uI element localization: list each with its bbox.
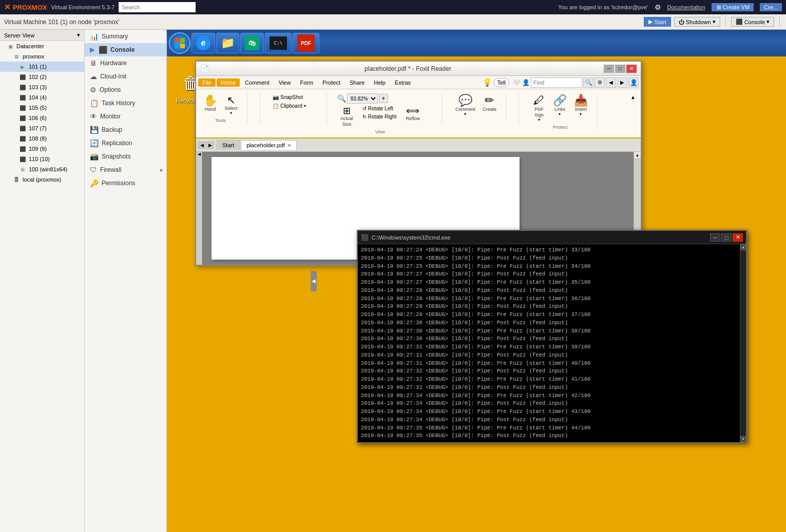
ribbon-btn-rotate-left[interactable]: ↺ Rotate Left: [360, 105, 399, 112]
menu-item-share[interactable]: Share: [346, 78, 369, 87]
sidebar-item-vm-101[interactable]: ▶ 101 (1): [0, 62, 84, 72]
nav-item-console[interactable]: ▶ ⬛ Console: [85, 43, 166, 56]
store-taskbar-button[interactable]: 🛍: [240, 33, 264, 53]
foxit-search-input[interactable]: [531, 77, 582, 88]
tab-nav-prev-button[interactable]: ◀: [198, 142, 205, 149]
ribbon-btn-snapshot[interactable]: 📷 SnapShot: [271, 93, 308, 101]
documentation-link[interactable]: Documentation: [667, 4, 705, 10]
close-tab-icon[interactable]: ✕: [287, 143, 291, 148]
start-button[interactable]: ▶ Start: [644, 17, 670, 27]
menu-item-extras[interactable]: Extras: [391, 78, 415, 87]
zoom-select[interactable]: 83.82%: [347, 93, 378, 104]
ribbon-btn-create[interactable]: ✏ Create: [480, 93, 500, 113]
foxit-maximize-button[interactable]: □: [615, 65, 625, 73]
cmd-content[interactable]: 2019-04-19 09:27:24 <DEBUG> [18/0]: Pipe…: [358, 244, 746, 442]
create-btn[interactable]: Cre...: [760, 3, 782, 11]
cmd-line: 2019-04-19 09:27:32 <DEBUG> [18/0]: Pipe…: [361, 376, 743, 384]
shutdown-dropdown-icon[interactable]: ▾: [713, 18, 716, 25]
sidebar-item-vm-102[interactable]: ⬛ 102 (2): [0, 72, 84, 82]
sidebar-item-datacenter[interactable]: ▣ Datacenter: [0, 41, 84, 51]
zoom-out-icon[interactable]: 🔍: [337, 94, 346, 103]
menu-item-home[interactable]: Home: [217, 78, 240, 87]
foxit-settings-button[interactable]: ⚙: [595, 77, 605, 88]
sidebar-item-vm-100[interactable]: 🖥 100 (win81x64): [0, 164, 84, 174]
console-collapse-handle[interactable]: ◀: [311, 271, 317, 291]
vm-console-content[interactable]: e 📁 🛍 C:\ PDF 🗑 Recycle Bin 📄: [167, 30, 786, 532]
console-button[interactable]: ⬛ Console ▾: [731, 17, 774, 27]
cmd-scroll-down-button[interactable]: ▼: [740, 436, 746, 442]
nav-item-hardware[interactable]: 🖥 Hardware: [85, 56, 166, 70]
nav-item-firewall[interactable]: 🛡 Firewall: [85, 163, 166, 176]
menu-item-file[interactable]: File: [198, 78, 216, 87]
ribbon-btn-rotate-right[interactable]: ↻ Rotate Right: [360, 113, 399, 121]
nav-item-backup[interactable]: 💾 Backup: [85, 123, 166, 136]
tab-nav-next-button[interactable]: ▶: [206, 142, 214, 149]
menu-item-form[interactable]: Form: [296, 78, 317, 87]
ribbon-btn-actual-size[interactable]: ⊞ Actual Size: [337, 105, 356, 128]
shutdown-button[interactable]: ⏻ Shutdown ▾: [674, 17, 720, 27]
ie-taskbar-button[interactable]: e: [191, 33, 215, 53]
collapse-ribbon-button[interactable]: ▲: [629, 93, 637, 101]
ribbon-btn-reflow[interactable]: ⟺ Reflow: [402, 105, 423, 128]
ribbon-btn-select[interactable]: ↖ Select ▾: [221, 93, 241, 117]
nav-item-monitor[interactable]: 👁 Monitor: [85, 110, 166, 123]
cmd-scroll-up-button[interactable]: ▲: [740, 244, 746, 250]
user-profile-icon[interactable]: 👤: [522, 79, 530, 86]
sidebar-item-vm-107[interactable]: ⬛ 107 (7): [0, 123, 84, 133]
ribbon-btn-insert[interactable]: 📥 Insert ▾: [571, 93, 591, 118]
ribbon-btn-comment[interactable]: 💬 Comment ▾: [452, 93, 478, 118]
windows-start-button[interactable]: [169, 32, 190, 54]
settings-icon[interactable]: ⚙: [655, 3, 661, 11]
nav-item-cloud-init[interactable]: ☁ Cloud-Init: [85, 70, 166, 83]
search-input[interactable]: [119, 2, 196, 12]
ribbon-btn-clipboard[interactable]: 📋 Clipboard ▾: [271, 102, 308, 110]
foxit-nav-prev-button[interactable]: ◀: [606, 77, 616, 88]
foxit-action-icons: 🤍 👤: [512, 79, 530, 86]
menu-item-protect[interactable]: Protect: [318, 78, 344, 87]
heart-icon[interactable]: 🤍: [512, 79, 520, 86]
foxit-nav-next-button[interactable]: ▶: [617, 77, 627, 88]
cmd-taskbar-button[interactable]: C:\: [265, 33, 292, 53]
cmd-close-button[interactable]: ✕: [733, 233, 743, 242]
nav-item-task-history[interactable]: 📋 Task History: [85, 96, 166, 110]
nav-item-summary[interactable]: 📊 Summary: [85, 30, 166, 43]
sidebar-item-vm-108[interactable]: ⬛ 108 (8): [0, 133, 84, 144]
foxit-scroll-up-button[interactable]: ▲: [634, 152, 641, 159]
sidebar-item-vm-106[interactable]: ⬛ 106 (6): [0, 113, 84, 123]
menu-item-help[interactable]: Help: [370, 78, 390, 87]
nav-item-options[interactable]: ⚙ Options: [85, 83, 166, 96]
create-vm-button[interactable]: 🖥 Create VM: [712, 3, 754, 11]
insert-icon: 📥: [574, 95, 588, 106]
ribbon-btn-pdf-sign[interactable]: 🖊 PDF Sign ▾: [529, 93, 549, 124]
nav-item-permissions[interactable]: 🔑 Permissions: [85, 176, 166, 190]
menu-item-view[interactable]: View: [275, 78, 295, 87]
sidebar-item-vm-110[interactable]: ⬛ 110 (10): [0, 154, 84, 164]
nav-item-replication[interactable]: 🔄 Replication: [85, 136, 166, 150]
ribbon-btn-links[interactable]: 🔗 Links ▾: [550, 93, 570, 118]
sidebar-item-vm-109[interactable]: ⬛ 109 (9): [0, 144, 84, 154]
cmd-maximize-button[interactable]: □: [721, 233, 732, 242]
foxit-search-button[interactable]: 🔍: [583, 77, 593, 88]
foxit-user-icon[interactable]: 👤: [628, 77, 639, 88]
pdf-taskbar-button[interactable]: PDF: [293, 33, 319, 53]
foxit-tab-placeholder[interactable]: placeholder.pdf ✕: [241, 140, 297, 150]
zoom-plus-button[interactable]: +: [379, 94, 388, 103]
cmd-titlebar: ⬛ C:\Windows\system32\cmd.exe ─ □ ✕: [358, 231, 746, 244]
ribbon-btn-hand[interactable]: ✋ Hand: [200, 93, 220, 113]
folder-taskbar-button[interactable]: 📁: [216, 33, 239, 53]
nav-item-snapshots[interactable]: 📸 Snapshots: [85, 150, 166, 163]
menu-item-comment[interactable]: Comment: [241, 78, 274, 87]
cmd-minimize-button[interactable]: ─: [710, 233, 720, 242]
sidebar-item-vm-103[interactable]: ⬛ 103 (3): [0, 82, 84, 92]
sidebar-item-vm-105[interactable]: ⬛ 105 (5): [0, 103, 84, 113]
tell-me-button[interactable]: Tell: [493, 78, 509, 87]
sidebar-item-proxmox[interactable]: 🖥 proxmox: [0, 51, 84, 62]
foxit-scroll-collapse[interactable]: ◀: [198, 152, 201, 156]
server-view[interactable]: Server View ▾: [0, 30, 84, 41]
foxit-tab-start[interactable]: Start: [217, 140, 240, 150]
foxit-close-button[interactable]: ✕: [626, 65, 637, 73]
console-dropdown-icon[interactable]: ▾: [766, 18, 770, 25]
foxit-minimize-button[interactable]: ─: [604, 65, 614, 73]
sidebar-item-local[interactable]: 🗄 local (proxmox): [0, 174, 84, 185]
sidebar-item-vm-104[interactable]: ⬛ 104 (4): [0, 92, 84, 103]
